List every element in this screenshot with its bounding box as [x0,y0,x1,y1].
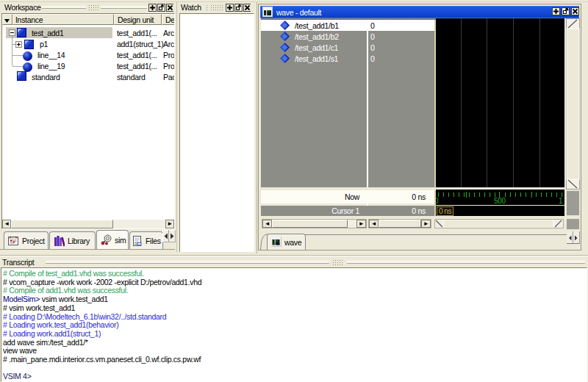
svg-text:500: 500 [494,197,506,205]
svg-text:0: 0 [436,197,439,205]
svg-text:1: 1 [559,197,563,205]
